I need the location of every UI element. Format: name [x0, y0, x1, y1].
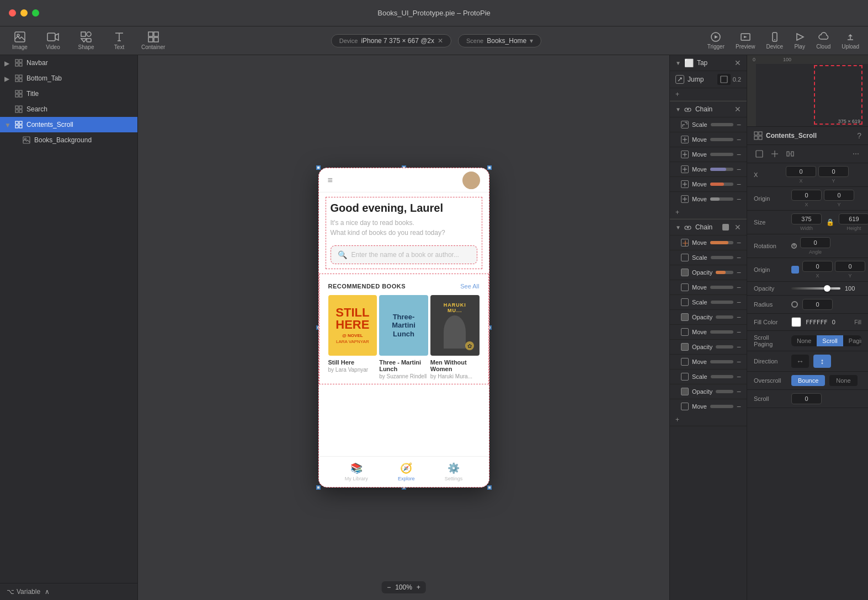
tool-image[interactable]: Image: [9, 31, 31, 50]
zoom-minus[interactable]: −: [387, 583, 391, 591]
width-input[interactable]: [791, 213, 822, 224]
move2-icon: [681, 151, 689, 158]
distribute-btn[interactable]: [785, 148, 796, 159]
add-action-btn[interactable]: +: [670, 88, 747, 100]
origin2-y-input[interactable]: [835, 261, 865, 272]
more-options-btn[interactable]: ⋯: [850, 148, 861, 159]
phone-search[interactable]: 🔍 Enter the name of a book or author...: [331, 245, 477, 264]
align-left-btn[interactable]: [754, 148, 765, 159]
direction-vertical-btn[interactable]: ↕: [813, 355, 831, 368]
canvas-area[interactable]: ≡ Good evening, Laurel It's a nice day t…: [138, 55, 669, 600]
section-header: RECOMMENDED BOOKS See All: [319, 283, 488, 290]
tab-my-library[interactable]: 📚 My Library: [345, 462, 368, 481]
size-row: Size Width 🔒 Height: [747, 211, 868, 234]
origin-x-input[interactable]: [791, 190, 822, 201]
svg-rect-15: [19, 60, 22, 62]
origin2-x-input[interactable]: [802, 261, 833, 272]
close-button[interactable]: [9, 9, 16, 17]
direction-horizontal-btn[interactable]: ↔: [791, 355, 809, 368]
position-y-input[interactable]: [818, 166, 849, 177]
paging-paging-btn[interactable]: Paging: [843, 335, 861, 346]
angle-indicator: [791, 243, 797, 249]
paging-scroll-btn[interactable]: Scroll: [817, 335, 843, 346]
svg-rect-3: [81, 32, 86, 36]
trigger-button[interactable]: Trigger: [707, 31, 725, 50]
opacity-slider[interactable]: [791, 287, 840, 290]
cloud-button[interactable]: Cloud: [816, 31, 830, 50]
maximize-button[interactable]: [32, 9, 39, 17]
zoom-plus[interactable]: +: [417, 583, 420, 591]
minimize-button[interactable]: [20, 9, 28, 17]
tool-text[interactable]: Text: [108, 31, 130, 50]
add-chain2-action[interactable]: +: [670, 414, 747, 426]
c2-scale1: Scale −: [670, 250, 747, 265]
layer-bottom-tab[interactable]: ▶ Bottom_Tab: [0, 71, 137, 86]
book-card-3[interactable]: HARUKIMU... ✿ Men Without Women by Haruk…: [430, 295, 480, 379]
radius-icon: [791, 301, 798, 308]
image-icon: [22, 136, 31, 144]
book-card-2[interactable]: Three-MartiniLunch Three - Martini Lunch…: [379, 295, 428, 379]
radius-input[interactable]: [802, 299, 833, 310]
action-minus-1[interactable]: −: [737, 120, 741, 129]
tap-close-icon[interactable]: ✕: [734, 58, 741, 67]
layer-contents-scroll[interactable]: ▼ Contents_Scroll: [0, 117, 137, 132]
fill-hex-value: FFFFFF: [806, 319, 828, 326]
chain1-header[interactable]: ▼ Chain ✕: [670, 101, 747, 117]
chain2-close[interactable]: ✕: [734, 223, 741, 232]
scene-selector[interactable]: Scene Books_Home ▾: [458, 34, 541, 47]
titlebar: Books_UI_Prototype.pie – ProtoPie: [0, 0, 868, 26]
move3-icon: [681, 165, 689, 173]
chain2-section: ▼ Chain ✕ Move −: [670, 219, 747, 426]
see-all-link[interactable]: See All: [460, 283, 479, 290]
tool-container[interactable]: Container: [141, 31, 165, 50]
fill-color-swatch[interactable]: [791, 317, 801, 327]
chain1-move4: Move −: [670, 176, 747, 191]
scroll-value-input[interactable]: [791, 393, 822, 404]
origin-y-input[interactable]: [824, 190, 854, 201]
library-icon: 📚: [350, 462, 363, 474]
layer-navbar[interactable]: ▶ Navbar: [0, 55, 137, 71]
preview-button[interactable]: Preview: [736, 31, 755, 50]
book-author-1: by Lara Vapnyar: [328, 367, 377, 373]
height-input[interactable]: [839, 213, 868, 224]
help-icon[interactable]: ?: [857, 131, 861, 140]
book-card-1[interactable]: STILLHERE @ NOVEL LARA VAPNYAR Still Her…: [328, 295, 377, 379]
upload-button[interactable]: Upload: [842, 31, 859, 50]
overscroll-none-btn[interactable]: None: [829, 375, 857, 386]
position-x-input[interactable]: [786, 166, 816, 177]
resize-handle-tr[interactable]: [487, 165, 492, 170]
svg-rect-41: [754, 132, 758, 135]
tab-explore[interactable]: 🧭 Explore: [398, 462, 415, 481]
c2-move2: Move −: [670, 280, 747, 294]
fill-label: Fill Color: [754, 319, 787, 325]
svg-rect-45: [756, 151, 763, 157]
play-button[interactable]: Play: [794, 31, 805, 50]
group-icon: [14, 105, 23, 114]
device-selector[interactable]: Device iPhone 7 375 × 667 @2x ✕: [331, 34, 451, 47]
layer-title[interactable]: ▶ Title: [0, 86, 137, 101]
resize-handle-tl[interactable]: [316, 165, 321, 170]
group-icon: [14, 74, 23, 83]
svg-rect-30: [15, 121, 18, 124]
tool-shape[interactable]: Shape: [75, 31, 97, 50]
jump-settings[interactable]: [717, 74, 731, 85]
overscroll-bounce-btn[interactable]: Bounce: [791, 375, 825, 386]
layer-search[interactable]: ▶ Search: [0, 101, 137, 117]
variable-section[interactable]: ⌥ Variable ∧: [0, 583, 137, 600]
tool-video[interactable]: Video: [42, 31, 64, 50]
chain1-close[interactable]: ✕: [734, 105, 741, 114]
add-chain1-action[interactable]: +: [670, 206, 747, 218]
book-title-2: Three - Martini Lunch: [379, 359, 428, 372]
paging-none-btn[interactable]: None: [791, 335, 817, 346]
move-icon: [681, 136, 689, 143]
svg-rect-48: [787, 152, 789, 156]
device-button[interactable]: Device: [766, 31, 784, 50]
chain2-header[interactable]: ▼ Chain ✕: [670, 219, 747, 235]
group-icon: [14, 58, 23, 67]
svg-rect-21: [19, 79, 22, 82]
align-center-btn[interactable]: [769, 148, 780, 159]
radius-label: Radius: [754, 301, 787, 308]
layer-books-background[interactable]: Books_Background: [0, 132, 137, 148]
rotation-input[interactable]: [800, 237, 830, 248]
tab-settings[interactable]: ⚙️ Settings: [445, 462, 463, 481]
